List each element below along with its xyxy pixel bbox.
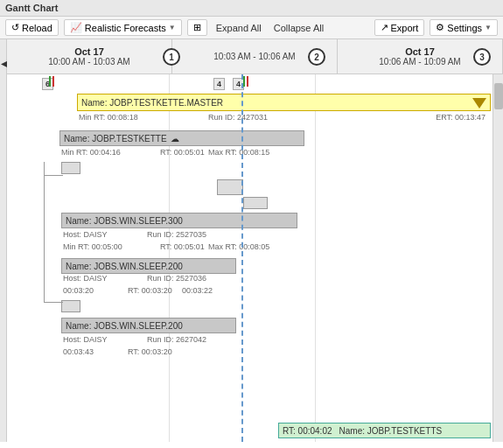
sub2-host: Host: DAISY: [63, 230, 108, 239]
connector-v1: [44, 162, 45, 302]
sub1-min-rt: Min RT: 00:04:16: [61, 148, 121, 157]
sub-bar-4-label: Name: JOBS.WIN.SLEEP.200: [66, 321, 183, 331]
time-range-1: 10:00 AM - 10:03 AM: [48, 57, 129, 66]
time-col-1: Oct 17 10:00 AM - 10:03 AM: [7, 39, 172, 74]
grid-line-2: [315, 74, 316, 442]
time-date-3: Oct 17: [405, 46, 435, 57]
export-icon: ↗: [381, 22, 388, 33]
settings-dropdown-arrow: ▼: [485, 24, 492, 32]
reload-label: Reload: [22, 23, 52, 33]
time-header: Oct 17 10:00 AM - 10:03 AM 10:03 AM - 10…: [7, 39, 503, 74]
small-box-4: [61, 300, 80, 312]
master-min-rt: Min RT: 00:08:18: [79, 113, 138, 122]
sub-bar-2: Name: JOBS.WIN.SLEEP.300: [61, 213, 297, 228]
sub4-host: Host: DAISY: [63, 335, 108, 344]
forecast-icon: 📈: [70, 22, 82, 33]
connector-h1: [44, 175, 63, 176]
connector-h2: [44, 302, 63, 303]
sub1-rt: RT: 00:05:01: [160, 148, 205, 157]
cloud-icon-1: ☁: [171, 134, 179, 144]
forecast-button[interactable]: 📈 Realistic Forecasts ▼: [64, 19, 182, 36]
sub-bar-1-label: Name: JOBP.TESTKETTE: [64, 134, 167, 144]
sub3-time2: 00:03:22: [182, 286, 213, 295]
master-ert: ERT: 00:13:47: [436, 113, 486, 122]
sub2-min-rt: Min RT: 00:05:00: [63, 242, 122, 251]
collapse-all-link[interactable]: Collapse All: [270, 21, 327, 35]
small-box-2: [217, 179, 243, 195]
time-range-3: 10:06 AM - 10:09 AM: [379, 57, 460, 66]
sub4-rt: RT: 00:03:20: [128, 347, 172, 356]
sub-bar-2-label: Name: JOBS.WIN.SLEEP.300: [66, 216, 183, 226]
forecast-dropdown-arrow: ▼: [169, 24, 176, 32]
expand-all-link[interactable]: Expand All: [213, 21, 265, 35]
gantt-content: 6 4 4 Name: JOBP.TESTKETTE.MASTER Min RT…: [7, 74, 503, 442]
settings-icon: ⚙: [436, 22, 444, 33]
tick-1: [49, 76, 51, 87]
badge-num-4a: 4: [213, 78, 225, 90]
sub1-max-rt: Max RT: 00:08:15: [208, 148, 269, 157]
title-text: Gantt Chart: [5, 3, 59, 13]
scrollbar-thumb[interactable]: [494, 83, 503, 109]
bottom-bar-rt: RT: 00:04:02: [283, 426, 332, 436]
scrollbar-vertical[interactable]: [493, 74, 503, 442]
sub-bar-3: Name: JOBS.WIN.SLEEP.200: [61, 258, 236, 274]
time-range-2: 10:03 AM - 10:06 AM: [213, 52, 295, 61]
dashed-line: [241, 74, 243, 442]
bottom-bar-label: Name: JOBP.TESTKETTS: [339, 426, 443, 436]
sub2-max-rt: Max RT: 00:08:05: [208, 242, 269, 251]
main-area: ◀ Oct 17 10:00 AM - 10:03 AM 10:03 AM - …: [0, 39, 503, 442]
tick-4: [247, 76, 248, 87]
export-label: Export: [391, 23, 419, 33]
bottom-green-bar: RT: 00:04:02 Name: JOBP.TESTKETTS: [278, 423, 491, 438]
master-bar-label: Name: JOBP.TESTKETTE.MASTER: [81, 98, 223, 108]
master-run-id: Run ID: 2427031: [208, 113, 268, 122]
badge-2: 2: [308, 48, 325, 66]
gantt-area: Oct 17 10:00 AM - 10:03 AM 10:03 AM - 10…: [7, 39, 503, 442]
small-box-1: [61, 162, 80, 174]
forecast-label: Realistic Forecasts: [85, 23, 166, 33]
settings-button[interactable]: ⚙ Settings ▼: [430, 19, 498, 36]
reload-button[interactable]: ↺ Reload: [5, 19, 59, 36]
master-bar: Name: JOBP.TESTKETTE.MASTER: [77, 94, 491, 111]
title-bar: Gantt Chart: [0, 0, 503, 17]
tick-2: [52, 76, 54, 87]
sub3-time1: 00:03:20: [63, 286, 94, 295]
row-labels: ◀: [0, 39, 7, 442]
sub2-run-id: Run ID: 2527035: [147, 230, 206, 239]
small-box-3: [243, 197, 268, 209]
sub4-run-id: Run ID: 2627042: [147, 335, 206, 344]
expand-icon-btn[interactable]: ⊞: [187, 19, 207, 36]
sub3-host: Host: DAISY: [63, 274, 108, 283]
export-button[interactable]: ↗ Export: [374, 19, 425, 36]
settings-label: Settings: [447, 23, 482, 33]
toolbar: ↺ Reload 📈 Realistic Forecasts ▼ ⊞ Expan…: [0, 17, 503, 39]
sub3-rt: RT: 00:03:20: [128, 286, 172, 295]
expand-icon: ⊞: [193, 22, 201, 33]
badge-3: 3: [473, 48, 491, 66]
sub-bar-3-label: Name: JOBS.WIN.SLEEP.200: [66, 262, 183, 271]
reload-icon: ↺: [11, 22, 19, 33]
sub3-run-id: Run ID: 2527036: [147, 274, 206, 283]
tick-3: [243, 76, 245, 87]
sub4-time1: 00:03:43: [63, 347, 94, 356]
sub-bar-1: Name: JOBP.TESTKETTE ☁: [59, 130, 304, 146]
sub-bar-4: Name: JOBS.WIN.SLEEP.200: [61, 318, 236, 333]
time-date-1: Oct 17: [74, 46, 104, 57]
master-bar-triangle: [472, 98, 486, 108]
badge-1: 1: [163, 48, 180, 66]
sub2-rt: RT: 00:05:01: [160, 242, 205, 251]
